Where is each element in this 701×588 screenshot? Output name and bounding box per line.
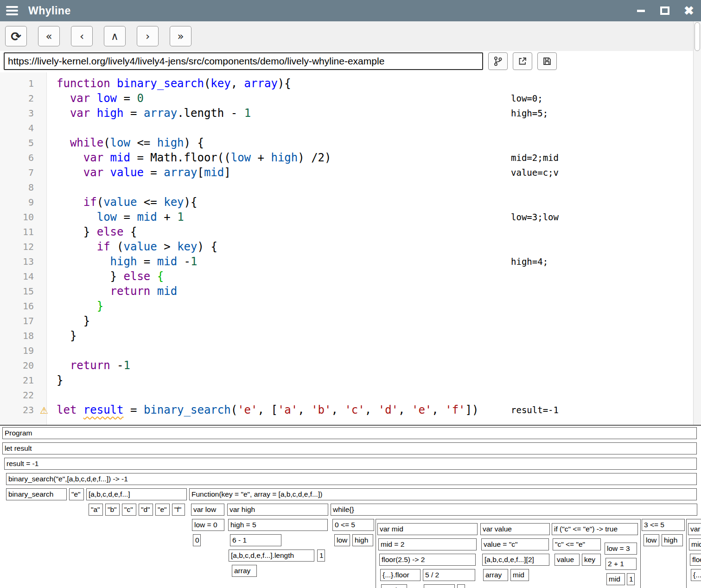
trace-node[interactable]: var mid (377, 523, 478, 535)
trace-node[interactable]: var high (227, 504, 328, 516)
trace-node[interactable]: "f" (172, 504, 185, 516)
trace-node[interactable]: mid = 4 (689, 538, 701, 550)
code-line[interactable]: 9 if(value <= key){ (0, 195, 701, 210)
trace-node[interactable]: 1 (627, 573, 635, 585)
code-line[interactable]: 8 (0, 180, 701, 195)
code-editor[interactable]: 1function binary_search(key, array){2 va… (0, 72, 701, 425)
trace-node[interactable]: floor(2.5) -> 2 (379, 554, 476, 566)
trace-node[interactable]: Math (381, 584, 407, 588)
code-line[interactable]: 10 low = mid + 1low=3;low (0, 210, 701, 224)
code-line[interactable]: 7 var value = array[mid]value=c;v (0, 165, 701, 180)
code-line[interactable]: 20 return -1 (0, 358, 701, 373)
menu-bar (6, 13, 18, 15)
code-line[interactable]: 4 (0, 121, 701, 135)
trace-node[interactable]: "c" <= "e" (553, 538, 601, 550)
trace-node[interactable]: "e" (69, 488, 84, 500)
trace-node[interactable]: {...}.floor (691, 569, 701, 581)
nav-last-button[interactable]: » (170, 26, 191, 46)
trace-node[interactable]: array (483, 569, 508, 581)
trace-node[interactable]: "d" (139, 504, 153, 516)
code-line[interactable]: 2 var low = 0low=0; (0, 91, 701, 106)
code-line[interactable]: 1function binary_search(key, array){ (0, 76, 701, 91)
trace-node[interactable] (457, 584, 465, 588)
code-line[interactable]: 21} (0, 373, 701, 388)
trace-node[interactable]: if ("c" <= "e") -> true (552, 523, 638, 535)
url-input[interactable] (4, 52, 483, 70)
nav-forward-button[interactable]: › (137, 26, 159, 46)
trace-node[interactable]: floor(4) -> 4 (690, 554, 701, 566)
code-line[interactable]: 3 var high = array.length - 1high=5; (0, 106, 701, 121)
trace-node[interactable]: Program (2, 427, 697, 439)
trace-node[interactable]: [a,b,c,d,e,f...] (86, 488, 187, 500)
trace-node[interactable]: mid = 2 (378, 538, 477, 550)
trace-node[interactable] (424, 584, 455, 588)
trace-node[interactable]: 1 (317, 550, 325, 562)
trace-node[interactable]: low = 3 (605, 543, 637, 555)
trace-node[interactable]: [a,b,c,d,e,f...].length (229, 550, 314, 562)
code-line[interactable]: 17 } (0, 313, 701, 328)
warning-icon[interactable]: ⚠ (40, 403, 48, 418)
trace-node[interactable]: {...}.floor (380, 569, 421, 581)
trace-node[interactable]: 3 <= 5 (642, 519, 685, 531)
trace-node[interactable]: while{} (331, 504, 697, 516)
trace-node[interactable]: [a,b,c,d,e,f...][2] (482, 554, 549, 566)
trace-node[interactable]: "b" (105, 504, 120, 516)
code-line[interactable]: 22 (0, 388, 701, 403)
open-external-button[interactable] (513, 52, 532, 70)
code-text: return -1 (46, 358, 130, 373)
code-line[interactable]: 18 } (0, 328, 701, 343)
nav-back-button[interactable]: ‹ (71, 26, 93, 46)
minimize-button[interactable] (629, 0, 653, 21)
code-line[interactable]: 5 while(low <= high) { (0, 135, 701, 150)
menu-icon[interactable] (6, 6, 18, 15)
trace-node[interactable]: let result (2, 442, 697, 454)
trace-node[interactable]: result = -1 (4, 458, 697, 470)
save-icon (542, 57, 552, 66)
trace-node[interactable]: value = "c" (481, 538, 549, 550)
nav-up-button[interactable]: ∧ (104, 26, 126, 46)
trace-node[interactable]: 5 / 2 (423, 569, 475, 581)
code-line[interactable]: 16 } (0, 299, 701, 313)
trace-node[interactable]: "c" (122, 504, 136, 516)
trace-node[interactable]: high = 5 (228, 519, 328, 531)
trace-node[interactable]: high (352, 534, 373, 546)
trace-node[interactable]: array (232, 565, 257, 577)
maximize-button[interactable] (653, 0, 677, 21)
refresh-button[interactable]: ⟳ (5, 26, 27, 46)
trace-node[interactable]: var value (480, 523, 550, 535)
code-line[interactable]: 14 } else { (0, 269, 701, 284)
trace-node[interactable]: Function(key = "e", array = [a,b,c,d,e,f… (189, 488, 697, 500)
code-line[interactable]: 13 high = mid -1high=4; (0, 254, 701, 269)
trace-node[interactable]: binary_search (6, 488, 67, 500)
code-line[interactable]: 23⚠let result = binary_search('e', ['a',… (0, 403, 701, 417)
close-button[interactable]: ✖ (677, 0, 701, 21)
code-line[interactable]: 11 } else { (0, 224, 701, 239)
trace-node[interactable]: mid (510, 569, 529, 581)
trace-node[interactable]: var mid (688, 523, 701, 535)
trace-node[interactable]: mid (606, 573, 625, 585)
scrollbar-thumb[interactable] (695, 22, 700, 51)
trace-node[interactable]: binary_search("e",[a,b,c,d,e,f...]) -> -… (6, 473, 697, 485)
trace-node[interactable]: 0 (193, 534, 201, 546)
trace-node[interactable]: var low (191, 504, 224, 516)
code-line[interactable]: 15 return mid (0, 284, 701, 299)
code-line[interactable]: 12 if (value > key) { (0, 239, 701, 254)
nav-first-button[interactable]: « (38, 26, 60, 46)
trace-node[interactable]: 0 <= 5 (332, 519, 374, 531)
code-text: } else { (46, 224, 137, 239)
trace-node[interactable]: 6 - 1 (230, 534, 281, 546)
save-button[interactable] (537, 52, 557, 70)
code-line[interactable]: 6 var mid = Math.floor((low + high) /2)m… (0, 150, 701, 165)
trace-node[interactable]: "e" (155, 504, 170, 516)
scrollbar[interactable] (693, 21, 701, 425)
trace-node[interactable]: 2 + 1 (605, 558, 637, 570)
version-history-button[interactable] (488, 52, 508, 70)
trace-node[interactable]: value (554, 554, 580, 566)
trace-node[interactable]: key (582, 554, 601, 566)
trace-node[interactable]: low (334, 534, 350, 546)
code-line[interactable]: 19 (0, 343, 701, 358)
trace-node[interactable]: low = 0 (192, 519, 224, 531)
trace-node[interactable]: "a" (89, 504, 103, 516)
trace-node[interactable]: high (662, 534, 683, 546)
trace-node[interactable]: low (644, 534, 659, 546)
